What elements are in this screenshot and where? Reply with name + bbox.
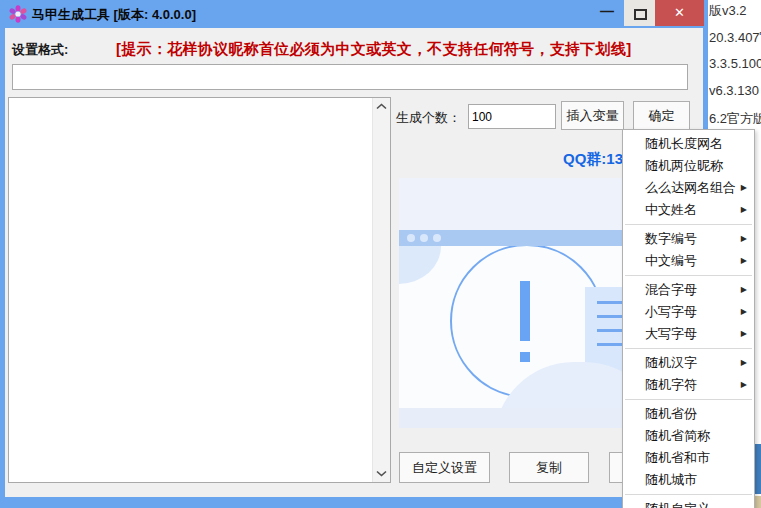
submenu-arrow-icon: ▶ — [741, 323, 747, 345]
menu-item[interactable]: 随机汉字▶ — [623, 352, 754, 374]
menu-item-label: 中文编号 — [645, 253, 697, 268]
app-window: 马甲生成工具 [版本: 4.0.0.0] — ✕ 设置格式: [提示：花样协议昵… — [0, 0, 708, 508]
menu-item[interactable]: 随机省和市 — [623, 447, 754, 469]
menu-separator — [625, 275, 752, 276]
chevron-up-icon — [376, 103, 387, 110]
menu-item[interactable]: 么么达网名组合▶ — [623, 177, 754, 199]
menu-item-label: 小写字母 — [645, 304, 697, 319]
submenu-arrow-icon: ▶ — [741, 279, 747, 301]
background-text-fragment: v6.3.130 — [709, 83, 759, 98]
menu-separator — [625, 399, 752, 400]
dot-icon — [420, 234, 428, 242]
background-text-fragment: 6.2官方版 — [709, 110, 761, 128]
menu-item-label: 随机省份 — [645, 406, 697, 421]
vertical-scrollbar[interactable] — [372, 98, 390, 482]
submenu-arrow-icon: ▶ — [741, 228, 747, 250]
menu-item[interactable]: 随机省份 — [623, 403, 754, 425]
scroll-up-button[interactable] — [373, 98, 390, 115]
maximize-icon — [634, 9, 647, 20]
flower-icon — [9, 5, 27, 23]
menu-item-label: 随机城市 — [645, 472, 697, 487]
background-text-fragment: 20.3.407官 — [709, 29, 761, 47]
copy-button[interactable]: 复制 — [509, 452, 589, 483]
menu-item-label: 混合字母 — [645, 282, 697, 297]
menu-item-label: 随机汉字 — [645, 355, 697, 370]
submenu-arrow-icon: ▶ — [741, 199, 747, 221]
menu-separator — [625, 494, 752, 495]
menu-item-label: 随机省简称 — [645, 428, 710, 443]
submenu-arrow-icon: ▶ — [741, 250, 747, 272]
menu-item[interactable]: 大写字母▶ — [623, 323, 754, 345]
confirm-button[interactable]: 确定 — [633, 101, 690, 130]
menu-item[interactable]: 中文姓名▶ — [623, 199, 754, 221]
corner-decoration — [399, 246, 441, 284]
menu-item-label: 随机省和市 — [645, 450, 710, 465]
window-title: 马甲生成工具 [版本: 4.0.0.0] — [32, 6, 196, 24]
scroll-down-button[interactable] — [373, 465, 390, 482]
background-text-fragment: 版v3.2 — [709, 2, 747, 20]
menu-item[interactable]: 中文编号▶ — [623, 250, 754, 272]
menu-item-label: 大写字母 — [645, 326, 697, 341]
menu-item[interactable]: 数字编号▶ — [623, 228, 754, 250]
minimize-button[interactable]: — — [591, 0, 623, 26]
menu-item-label: 中文姓名 — [645, 202, 697, 217]
dot-icon — [407, 234, 415, 242]
menu-item[interactable]: 随机省简称 — [623, 425, 754, 447]
menu-item-label: 随机长度网名 — [645, 136, 723, 151]
format-input[interactable] — [12, 64, 688, 90]
title-bar: 马甲生成工具 [版本: 4.0.0.0] — ✕ — [0, 0, 708, 28]
menu-item-label: 数字编号 — [645, 231, 697, 246]
qq-group-text: QQ群:13 — [563, 150, 623, 169]
result-textarea[interactable] — [8, 97, 391, 483]
menu-item-label: 随机字符 — [645, 377, 697, 392]
submenu-arrow-icon: ▶ — [741, 177, 747, 199]
menu-item[interactable]: 随机长度网名 — [623, 133, 754, 155]
menu-item-label: 么么达网名组合 — [645, 180, 736, 195]
menu-item[interactable]: 随机自定义 — [623, 498, 754, 508]
exclamation-icon — [520, 281, 530, 341]
submenu-arrow-icon: ▶ — [741, 352, 747, 374]
background-text-fragment: 3.3.5.100 — [709, 56, 761, 71]
close-button[interactable]: ✕ — [655, 0, 704, 26]
chevron-down-icon — [376, 470, 387, 477]
menu-item[interactable]: 随机字符▶ — [623, 374, 754, 396]
menu-item[interactable]: 随机两位昵称 — [623, 155, 754, 177]
format-hint-text: [提示：花样协议昵称首位必须为中文或英文，不支持任何符号，支持下划线] — [116, 40, 632, 59]
menu-item-label: 随机两位昵称 — [645, 158, 723, 173]
insert-variable-button[interactable]: 插入变量 — [561, 101, 624, 130]
menu-item[interactable]: 小写字母▶ — [623, 301, 754, 323]
dot-icon — [433, 234, 441, 242]
submenu-arrow-icon: ▶ — [741, 374, 747, 396]
format-label: 设置格式: — [12, 41, 68, 59]
exclamation-dot-icon — [520, 352, 530, 362]
maximize-button[interactable] — [624, 0, 655, 26]
generate-count-input[interactable] — [468, 104, 556, 129]
custom-settings-button[interactable]: 自定义设置 — [399, 452, 490, 483]
menu-separator — [625, 348, 752, 349]
generate-count-label: 生成个数： — [396, 109, 461, 127]
submenu-arrow-icon: ▶ — [741, 301, 747, 323]
context-menu: 随机长度网名随机两位昵称么么达网名组合▶中文姓名▶数字编号▶中文编号▶混合字母▶… — [622, 129, 755, 508]
menu-item-label: 随机自定义 — [645, 501, 710, 508]
menu-item[interactable]: 混合字母▶ — [623, 279, 754, 301]
menu-separator — [625, 224, 752, 225]
menu-item[interactable]: 随机城市 — [623, 469, 754, 491]
